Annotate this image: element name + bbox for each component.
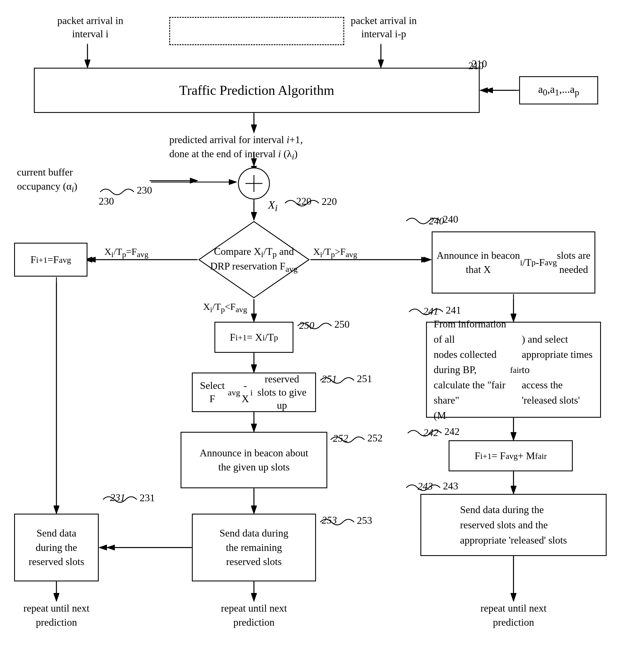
- repeat2-label: repeat until nextprediction: [198, 601, 310, 630]
- svg-text:241: 241: [446, 305, 461, 316]
- svg-text:251: 251: [357, 373, 372, 384]
- svg-text:242: 242: [444, 426, 460, 437]
- packet-arrival-ip-label: packet arrival in interval i-p: [339, 14, 429, 41]
- predicted-label: predicted arrival for interval i+1,done …: [169, 133, 367, 163]
- ref-210-label: 210: [472, 58, 487, 70]
- svg-text:243: 243: [443, 480, 458, 492]
- svg-text:220: 220: [322, 196, 337, 207]
- svg-text:240: 240: [443, 214, 458, 225]
- f-favg-box: Fi+1=Favg: [14, 243, 87, 277]
- ref-250: 250: [299, 319, 314, 332]
- svg-text:231: 231: [140, 492, 155, 504]
- compare-text: Compare Xi/Tp andDRP reservation Favg: [207, 242, 300, 277]
- ref-231: 231: [110, 491, 125, 504]
- a-params-label: a0,a1,...ap: [538, 82, 579, 98]
- ref-252: 252: [333, 432, 348, 445]
- traffic-algo-label: Traffic Prediction Algorithm: [179, 82, 334, 99]
- announce-given-box: Announce in beacon aboutthe given up slo…: [180, 432, 327, 488]
- ref-253: 253: [322, 514, 337, 527]
- sum-node: [237, 166, 271, 200]
- traffic-algo-box: Traffic Prediction Algorithm: [34, 68, 480, 113]
- announce-needed-box: Announce in beaconthat Xi/Tp-Favg slots …: [432, 231, 595, 293]
- fair-share-box: From information of allnodes collected d…: [426, 322, 601, 418]
- repeat1-label: repeat until nextprediction: [17, 601, 96, 630]
- ref-243: 243: [418, 480, 433, 493]
- dashed-box: [169, 17, 344, 45]
- ref-242: 242: [423, 426, 439, 439]
- svg-text:252: 252: [367, 432, 383, 444]
- a-params-box: a0,a1,...ap: [519, 76, 598, 105]
- ref-241: 241: [423, 305, 439, 318]
- repeat3-label: repeat until nextprediction: [457, 601, 570, 630]
- f-xi-tp-box: Fi+1 = Xi/Tp: [214, 322, 293, 353]
- xi-tp-favg-label: Xi/Tp=Favg: [105, 245, 149, 260]
- f-favg-mfair-box: Fi+1= Favg+ Mfair: [449, 440, 573, 471]
- xi-label: Xi: [268, 198, 278, 214]
- send-reserved-left-box: Send dataduring thereserved slots: [14, 514, 99, 582]
- select-slots-box: Select Favg-Xi reservedslots to give up: [192, 372, 316, 412]
- ref-220: 220: [296, 195, 312, 208]
- xi-tp-gt-favg-label: Xi/Tp>Favg: [313, 245, 357, 260]
- ref-230: 230: [99, 195, 114, 208]
- packet-arrival-i-label: packet arrival in interval i: [48, 14, 133, 41]
- compare-diamond: Compare Xi/Tp andDRP reservation Favg: [198, 220, 310, 299]
- ref-251: 251: [322, 372, 337, 386]
- current-buffer-label: current bufferoccupancy (αi): [17, 165, 152, 195]
- send-reserved-right-box: Send data during thereserved slots and t…: [420, 494, 607, 556]
- svg-text:253: 253: [357, 515, 372, 526]
- xi-tp-lt-favg-label: Xi/Tp<Favg: [203, 301, 247, 315]
- send-remaining-box: Send data duringthe remainingreserved sl…: [192, 514, 316, 582]
- ref-240: 240: [429, 214, 444, 228]
- svg-text:250: 250: [334, 319, 349, 330]
